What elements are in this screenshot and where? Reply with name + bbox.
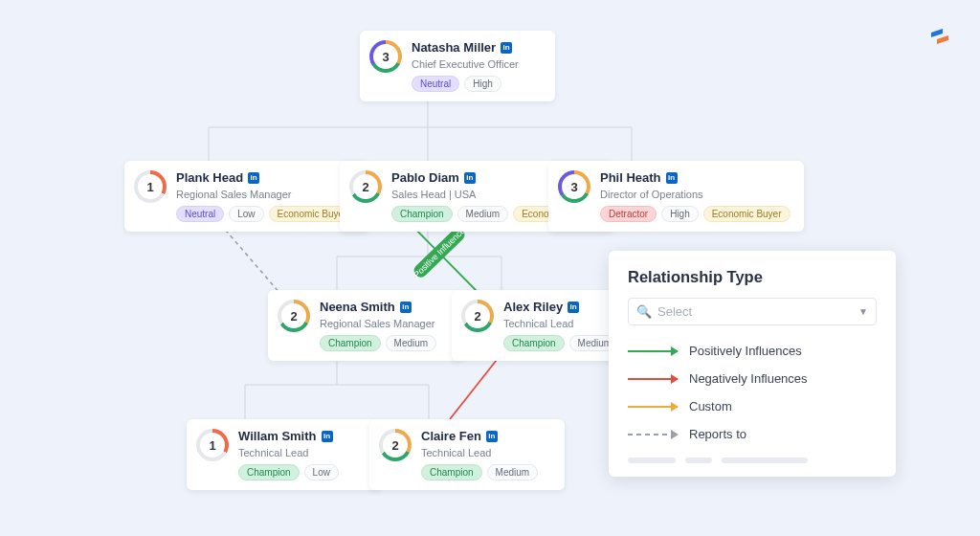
badges: Champion Medium	[320, 335, 436, 351]
badges: Neutral Low Economic Buyer	[176, 206, 355, 222]
linkedin-icon[interactable]: in	[568, 302, 579, 313]
relationship-legend: Relationship Type 🔍 Select ▼ Positively …	[609, 251, 896, 477]
relationship-select[interactable]: 🔍 Select ▼	[628, 298, 877, 325]
person-role: Technical Lead	[421, 447, 538, 458]
legend-skeleton	[628, 458, 877, 463]
search-icon: 🔍	[636, 304, 652, 319]
sentiment-badge: Champion	[391, 206, 453, 222]
person-role: Regional Sales Manager	[320, 318, 436, 329]
influence-badge: Medium	[386, 335, 437, 351]
person-card-natasha[interactable]: Natasha Millerin Chief Executive Officer…	[360, 31, 555, 101]
svg-text:Positive Influence: Positive Influence	[412, 226, 467, 279]
person-role: Chief Executive Officer	[412, 58, 519, 70]
score-ring	[461, 300, 494, 332]
influence-badge: High	[464, 76, 501, 92]
influence-badge: Low	[304, 464, 339, 480]
score-ring	[196, 429, 229, 461]
person-role: Technical Lead	[238, 447, 339, 458]
badges: Neutral High	[412, 76, 519, 92]
sentiment-badge: Champion	[320, 335, 381, 351]
select-placeholder: Select	[657, 304, 853, 319]
linkedin-icon[interactable]: in	[400, 302, 412, 313]
person-name: Plank Head	[176, 170, 243, 185]
score-ring	[558, 170, 590, 203]
linkedin-icon[interactable]: in	[501, 42, 512, 54]
svg-rect-2	[412, 225, 468, 279]
sentiment-badge: Champion	[421, 464, 482, 480]
badges: Champion Medium	[503, 335, 620, 351]
legend-title: Relationship Type	[628, 268, 877, 286]
person-role: Director of Operations	[600, 189, 791, 200]
linkedin-icon[interactable]: in	[248, 172, 259, 184]
legend-item-reports[interactable]: Reports to	[628, 420, 877, 448]
brand-logo-icon	[928, 25, 951, 48]
person-card-claire[interactable]: Claire Fenin Technical Lead Champion Med…	[369, 419, 565, 490]
legend-item-negative[interactable]: Negatively Influences	[628, 365, 877, 392]
sentiment-badge: Detractor	[600, 206, 657, 222]
score-ring	[278, 300, 310, 332]
influence-badge: High	[661, 206, 699, 222]
person-role: Technical Lead	[503, 318, 620, 329]
person-card-willam[interactable]: Willam Smithin Technical Lead Champion L…	[187, 419, 382, 490]
arrow-green-icon	[628, 350, 678, 352]
legend-item-positive[interactable]: Positively Influences	[628, 337, 877, 365]
person-card-neena[interactable]: Neena Smithin Regional Sales Manager Cha…	[268, 290, 463, 361]
linkedin-icon[interactable]: in	[666, 172, 678, 184]
legend-item-custom[interactable]: Custom	[628, 392, 877, 420]
badges: Champion Low	[238, 464, 339, 480]
score-ring	[379, 429, 412, 461]
person-name: Pablo Diam	[391, 170, 459, 185]
sentiment-badge: Neutral	[176, 206, 224, 222]
badges: Detractor High Economic Buyer	[600, 206, 791, 222]
score-ring	[369, 40, 402, 73]
sentiment-badge: Champion	[238, 464, 300, 480]
influence-badge: Medium	[487, 464, 539, 480]
person-card-plank[interactable]: Plank Headin Regional Sales Manager Neut…	[124, 161, 368, 232]
person-card-phil[interactable]: Phil Heathin Director of Operations Detr…	[548, 161, 804, 232]
person-role: Regional Sales Manager	[176, 189, 355, 200]
buyer-badge: Economic Buyer	[703, 206, 791, 222]
arrow-orange-icon	[628, 406, 678, 408]
arrow-red-icon	[628, 378, 678, 380]
person-name: Claire Fen	[421, 429, 481, 443]
badges: Champion Medium	[421, 464, 538, 480]
score-ring	[134, 170, 167, 203]
linkedin-icon[interactable]: in	[486, 431, 498, 442]
sentiment-badge: Neutral	[412, 76, 459, 92]
linkedin-icon[interactable]: in	[464, 172, 476, 184]
score-ring	[349, 170, 382, 203]
person-name: Willam Smith	[238, 429, 317, 443]
linkedin-icon[interactable]: in	[322, 431, 333, 442]
person-name: Alex Riley	[503, 300, 563, 314]
influence-badge: Low	[229, 206, 263, 222]
person-name: Natasha Miller	[412, 40, 496, 55]
arrow-dashed-icon	[628, 434, 678, 436]
person-name: Neena Smith	[320, 300, 395, 314]
chevron-down-icon: ▼	[858, 306, 868, 317]
influence-badge: Medium	[457, 206, 509, 222]
person-name: Phil Heath	[600, 170, 661, 185]
sentiment-badge: Champion	[503, 335, 565, 351]
